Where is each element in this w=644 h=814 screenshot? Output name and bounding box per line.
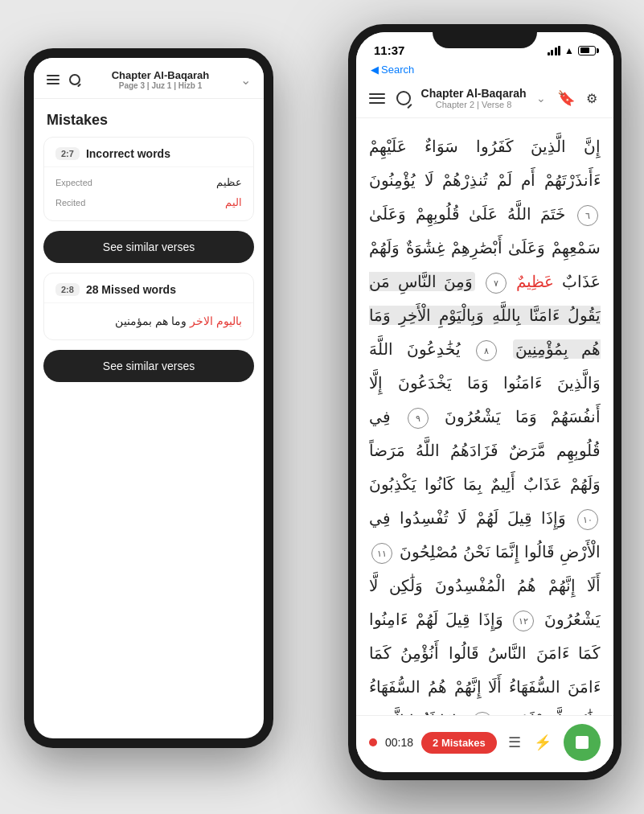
nav-bar[interactable]: ◀ Search (356, 60, 613, 80)
search-icon[interactable] (396, 91, 411, 105)
wifi-icon: ▲ (564, 45, 574, 56)
nav-back-button[interactable]: ◀ Search (371, 64, 414, 76)
mistake-card-2: 2:8 28 Missed words باليوم الاخر وما هم … (43, 273, 254, 340)
mistake-type-1: Incorrect words (86, 147, 170, 160)
back-phone-screen: Chapter Al-Baqarah Page 3 | Juz 1 | Hizb… (34, 58, 264, 738)
bottom-bar: 00:18 2 Mistakes ☰ ⚡ (356, 715, 613, 772)
header-chapter-sub: Chapter 2 | Verse 8 (411, 100, 536, 109)
recited-label: Recited (55, 198, 100, 208)
notch (433, 24, 537, 48)
see-similar-button-1[interactable]: See similar verses (43, 231, 254, 263)
search-icon[interactable] (69, 74, 80, 85)
stop-icon (576, 736, 589, 749)
mistake-type-2: 28 Missed words (86, 283, 176, 296)
front-phone: 11:37 ▲ ◀ Search (348, 24, 621, 780)
see-similar-button-2[interactable]: See similar verses (43, 350, 254, 382)
recited-row: Recited اليم (55, 192, 242, 212)
missed-words-box: باليوم الاخر وما هم بمؤمنين (44, 302, 253, 339)
mistake-card-1: 2:7 Incorrect words Expected عظيم Recite… (43, 137, 254, 221)
recording-time: 00:18 (385, 736, 413, 749)
expected-row: Expected عظيم (55, 172, 242, 192)
chevron-down-icon[interactable]: ⌄ (240, 72, 251, 88)
missed-red-text: باليوم الاخر (190, 314, 242, 327)
settings-icon[interactable]: ⚙ (586, 91, 601, 105)
status-icons: ▲ (548, 45, 596, 56)
recording-indicator (369, 738, 377, 746)
list-icon[interactable]: ☰ (508, 734, 521, 751)
recited-value: اليم (106, 196, 242, 208)
expected-label: Expected (55, 178, 100, 187)
back-header: Chapter Al-Baqarah Page 3 | Juz 1 | Hizb… (34, 58, 264, 99)
nav-back-label: Search (381, 64, 414, 76)
chapter-sub: Page 3 | Juz 1 | Hizb 1 (90, 81, 231, 90)
status-time: 11:37 (374, 43, 404, 57)
mistakes-chip[interactable]: 2 Mistakes (421, 732, 497, 754)
missed-normal-text: وما هم بمؤمنين (115, 314, 187, 327)
chevron-down-icon[interactable]: ⌄ (536, 92, 546, 105)
quran-text: إِنَّ الَّذِينَ كَفَرُوا سَوَاءٌ عَلَيْه… (369, 130, 601, 715)
menu-icon[interactable] (369, 93, 385, 104)
verse-badge-2: 2:8 (55, 283, 80, 296)
chevron-left-icon: ◀ (371, 64, 379, 76)
hamburger-icon[interactable] (47, 75, 59, 84)
app-header: Chapter Al-Baqarah Chapter 2 | Verse 8 ⌄… (356, 80, 613, 118)
missed-text: باليوم الاخر وما هم بمؤمنين (55, 311, 242, 331)
expected-value: عظيم (106, 176, 242, 188)
tag-icon[interactable]: ⚡ (534, 734, 552, 751)
back-phone: Chapter Al-Baqarah Page 3 | Juz 1 | Hizb… (24, 48, 273, 748)
front-phone-screen: 11:37 ▲ ◀ Search (356, 32, 613, 772)
header-chapter-name: Chapter Al-Baqarah (411, 87, 536, 100)
verse-badge-1: 2:7 (55, 147, 80, 160)
mistakes-title: Mistakes (34, 99, 264, 137)
bookmark-icon[interactable]: 🔖 (557, 89, 575, 107)
signal-icon (548, 46, 561, 56)
chapter-name: Chapter Al-Baqarah (90, 69, 231, 81)
battery-icon (578, 46, 596, 56)
quran-area: إِنَّ الَّذِينَ كَفَرُوا سَوَاءٌ عَلَيْه… (356, 118, 613, 715)
stop-button[interactable] (564, 724, 601, 761)
